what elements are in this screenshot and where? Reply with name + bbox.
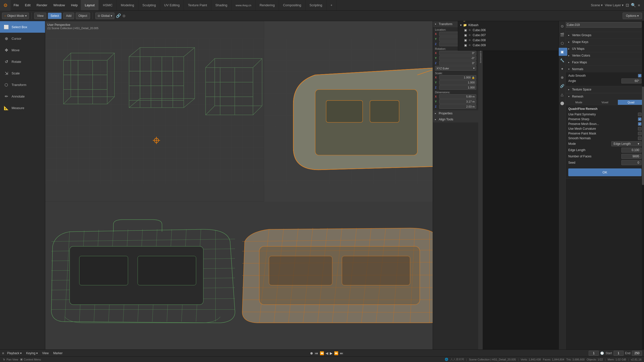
- outliner-cube008[interactable]: ▣ 👁 Cube.008: [462, 38, 558, 43]
- scale-x-field[interactable]: 1.000 🔒: [439, 75, 476, 80]
- outliner-cube007[interactable]: ▣ 👁 Cube.007: [462, 33, 558, 38]
- remesh-tab-voxel[interactable]: Voxel: [592, 100, 618, 105]
- scale-y-field[interactable]: 1.000: [439, 80, 476, 85]
- viewport-bottom[interactable]: [45, 202, 483, 349]
- qf-smooth-normals-checkbox[interactable]: [638, 137, 641, 140]
- proportional-icon[interactable]: ⊙: [123, 14, 126, 18]
- rot-x-field[interactable]: 0°: [439, 51, 476, 55]
- qf-edge-length-value[interactable]: 0.100: [621, 148, 641, 153]
- props-material-icon[interactable]: ⬤: [558, 99, 567, 107]
- auto-smooth-checkbox[interactable]: ✓: [638, 74, 641, 77]
- ok-button[interactable]: OK: [568, 168, 641, 176]
- qf-num-faces-value[interactable]: 9895: [621, 154, 641, 159]
- tool-scale[interactable]: ⇲ Scale: [0, 67, 45, 79]
- filter-icon[interactable]: ≡: [638, 3, 640, 7]
- props-renderlayers-icon[interactable]: 🎬: [558, 31, 567, 39]
- vertex-groups-header[interactable]: Vertex Groups: [566, 32, 644, 38]
- end-frame-input[interactable]: 250: [632, 351, 642, 356]
- object-name-field[interactable]: Cube.019: [564, 22, 641, 28]
- props-scene-icon[interactable]: ⊙: [558, 22, 567, 30]
- tab-hsmc[interactable]: HSMC: [99, 0, 117, 10]
- tab-rkeg[interactable]: www.rkeg.cn: [232, 0, 256, 10]
- remesh-header[interactable]: Remesh: [566, 93, 644, 100]
- blender-logo[interactable]: ⊙: [0, 0, 11, 11]
- tool-cursor[interactable]: ⊕ Cursor: [0, 33, 45, 44]
- current-frame-input[interactable]: 1: [589, 351, 599, 356]
- tab-shading[interactable]: Shading: [211, 0, 232, 10]
- tool-transform[interactable]: ⬡ Transform: [0, 79, 45, 90]
- qf-preserve-paint-mask-checkbox[interactable]: [638, 132, 641, 135]
- keying-dropdown[interactable]: Keying ▾: [25, 351, 39, 355]
- play-reverse-icon[interactable]: ◀: [326, 351, 328, 355]
- prev-frame-icon[interactable]: ⏪: [320, 351, 324, 355]
- start-frame-input[interactable]: 1: [614, 351, 624, 356]
- add-button[interactable]: Add: [63, 13, 74, 19]
- dim-y-field[interactable]: 3.17 m: [439, 99, 476, 104]
- rotation-mode-dropdown[interactable]: XYZ Euler ▾: [435, 66, 476, 71]
- angle-value[interactable]: 60°: [621, 78, 641, 83]
- qf-mode-dropdown[interactable]: Edge Length ▾: [611, 141, 641, 146]
- rot-y-field[interactable]: -0°: [439, 56, 476, 60]
- props-object-icon[interactable]: ▣: [558, 48, 567, 56]
- align-tools-header[interactable]: Align Tools: [433, 116, 478, 122]
- vertex-colors-header[interactable]: Vertex Colors: [566, 52, 644, 59]
- tool-select-box[interactable]: ⬜ Select Box: [0, 21, 45, 33]
- props-particles-icon[interactable]: ✦: [558, 65, 567, 73]
- marker-dropdown[interactable]: Marker: [52, 351, 64, 355]
- shape-keys-header[interactable]: Shape Keys: [566, 39, 644, 45]
- props-output-icon[interactable]: ⬡: [558, 39, 567, 47]
- menu-edit[interactable]: Edit: [22, 0, 33, 10]
- tab-sculpting[interactable]: Sculpting: [138, 0, 160, 10]
- uv-maps-header[interactable]: UV Maps: [566, 46, 644, 52]
- tab-uv-editing[interactable]: UV Editing: [160, 0, 184, 10]
- tool-measure[interactable]: 📐 Measure: [0, 102, 45, 114]
- view-layer-selector[interactable]: View Layer ▾: [605, 3, 624, 7]
- search-icon[interactable]: 🔍: [631, 3, 636, 8]
- face-maps-header[interactable]: Face Maps: [566, 59, 644, 66]
- props-modifier-icon[interactable]: 🔧: [558, 56, 567, 64]
- snap-icon[interactable]: 🔗: [116, 13, 121, 18]
- props-data-icon[interactable]: △: [558, 90, 567, 99]
- menu-help[interactable]: Help: [68, 0, 81, 10]
- qf-preserve-sharp-checkbox[interactable]: ✓: [638, 117, 641, 121]
- menu-file[interactable]: File: [11, 0, 22, 10]
- dim-z-field[interactable]: 2.03 m: [439, 104, 476, 109]
- fullscreen-icon[interactable]: ⊡: [626, 3, 629, 8]
- playback-dropdown[interactable]: Playback ▾: [6, 351, 23, 355]
- next-frame-icon[interactable]: ⏩: [334, 351, 338, 355]
- outliner-cube006[interactable]: ▣ 👁 Cube.006: [462, 28, 558, 33]
- tool-annotate[interactable]: ✏ Annotate: [0, 90, 45, 102]
- tab-texture-paint[interactable]: Texture Paint: [184, 0, 211, 10]
- outliner-cube009[interactable]: ▣ 👁 Cube.009: [462, 43, 558, 48]
- timeline-menu-icon[interactable]: ≡: [2, 351, 4, 355]
- jump-end-icon[interactable]: ⏭: [340, 351, 343, 355]
- qf-seed-value[interactable]: 0: [621, 160, 641, 165]
- options-button[interactable]: Options ▾: [623, 13, 642, 19]
- rot-z-field[interactable]: 0°: [439, 61, 476, 65]
- object-button[interactable]: Object: [76, 13, 90, 19]
- qf-use-mesh-curv-checkbox[interactable]: [638, 127, 641, 130]
- tool-move[interactable]: ✥ Move: [0, 44, 45, 56]
- outliner-kitbash[interactable]: ▾ 📁 Kitbash: [458, 23, 558, 28]
- main-viewport[interactable]: User Perspective (1) Scene Collection | …: [45, 21, 483, 349]
- texture-space-header[interactable]: Texture Space: [566, 86, 644, 93]
- select-button[interactable]: Select: [48, 13, 62, 19]
- jump-start-icon[interactable]: ⏮: [315, 351, 318, 355]
- global-dropdown[interactable]: ⊙ Global ▾: [95, 13, 115, 19]
- viewport-top-left[interactable]: [45, 21, 264, 202]
- tab-scripting[interactable]: Scripting: [305, 0, 327, 10]
- props-scrollbar[interactable]: [642, 21, 644, 349]
- scale-z-field[interactable]: 1.000: [439, 85, 476, 90]
- loop-icon[interactable]: ⏺: [310, 351, 313, 355]
- view-dropdown[interactable]: View: [41, 351, 50, 355]
- scene-selector[interactable]: Scene ▾: [591, 3, 603, 7]
- dim-x-field[interactable]: 5.89 m: [439, 94, 476, 99]
- remesh-tab-quad[interactable]: Quad: [618, 100, 644, 105]
- props-constraints-icon[interactable]: 🔗: [558, 82, 567, 90]
- normals-header[interactable]: Normals: [566, 66, 644, 72]
- properties-header[interactable]: Properties: [433, 110, 478, 116]
- tab-rendering[interactable]: Rendering: [256, 0, 279, 10]
- props-physics-icon[interactable]: ⊕: [558, 73, 567, 81]
- qf-preserve-mesh-boun-checkbox[interactable]: ✓: [638, 122, 641, 126]
- qf-use-paint-sym-checkbox[interactable]: [638, 113, 641, 116]
